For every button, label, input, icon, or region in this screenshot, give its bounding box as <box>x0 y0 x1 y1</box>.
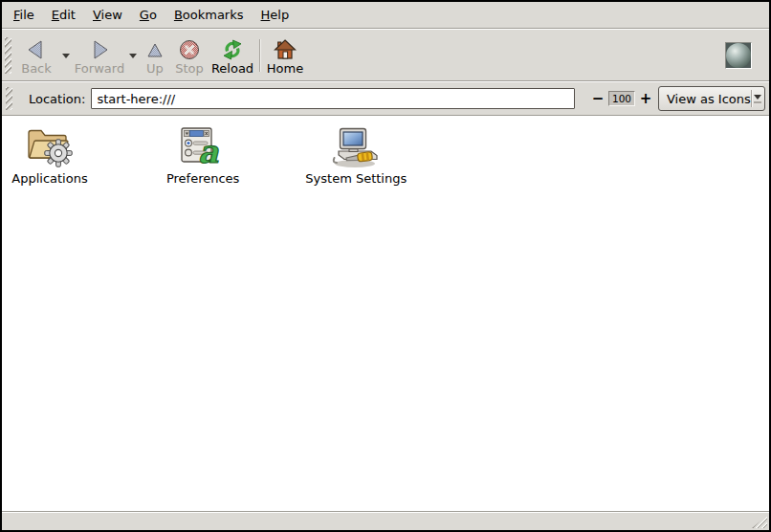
back-label: Back <box>21 62 52 76</box>
throbber-sphere-icon <box>726 43 751 68</box>
menu-item-bookmarks[interactable]: Bookmarks <box>165 5 253 25</box>
toolbar: Back Forward Up Stop <box>2 30 769 80</box>
location-input[interactable] <box>91 88 575 109</box>
menu-item-bookmarks-label: ookmarks <box>183 8 244 22</box>
toolbar-grip[interactable] <box>5 37 11 74</box>
dropdown-arrow-icon <box>754 95 761 100</box>
svg-text:a: a <box>198 133 219 169</box>
preferences-icon: a <box>180 125 226 169</box>
reload-button[interactable]: Reload <box>209 32 256 78</box>
reload-label: Reload <box>211 62 253 76</box>
up-icon <box>143 38 166 61</box>
menu-item-view-label: iew <box>101 8 122 22</box>
location-bar-grip[interactable] <box>6 87 12 110</box>
forward-button[interactable]: Forward <box>73 32 126 78</box>
status-bar <box>2 511 769 530</box>
view-mode-label: View as Icons <box>659 92 751 106</box>
view-mode-dropdown[interactable]: View as Icons <box>658 86 765 111</box>
menu-item-view-mnemonic: V <box>93 8 101 22</box>
menu-item-edit-label: dit <box>59 8 76 22</box>
location-bar: Location: − 100 + View as Icons <box>2 82 769 115</box>
stop-icon <box>178 38 201 61</box>
menu-item-go-label: o <box>149 8 157 22</box>
forward-icon <box>88 38 111 61</box>
resize-grip[interactable] <box>752 516 767 528</box>
zoom-level-indicator: 100 <box>608 91 635 106</box>
menu-item-go[interactable]: Go <box>131 5 165 25</box>
forward-label: Forward <box>75 62 124 76</box>
dropdown-arrow-area <box>751 90 764 107</box>
reload-icon <box>221 38 244 61</box>
zoom-controls: − 100 + <box>591 91 652 106</box>
toolbar-separator <box>259 39 261 72</box>
throbber <box>725 42 752 69</box>
system-settings-icon <box>330 125 382 169</box>
menubar: File Edit View Go Bookmarks Help <box>2 2 769 28</box>
menu-item-edit-mnemonic: E <box>52 8 59 22</box>
icon-label: Applications <box>11 171 87 186</box>
menu-item-bookmarks-mnemonic: B <box>174 8 183 22</box>
menu-item-file[interactable]: File <box>5 5 43 25</box>
chevron-down-icon <box>129 54 137 58</box>
up-button[interactable]: Up <box>140 32 170 78</box>
forward-history-dropdown[interactable] <box>126 32 140 78</box>
back-button[interactable]: Back <box>13 32 59 78</box>
icon-item-system-settings[interactable]: System Settings <box>306 125 406 186</box>
back-history-dropdown[interactable] <box>59 32 73 78</box>
home-icon <box>274 38 297 61</box>
zoom-in-button[interactable]: + <box>639 92 652 105</box>
icon-label: Preferences <box>166 171 239 186</box>
applications-folder-icon <box>26 125 74 169</box>
icon-label: System Settings <box>305 171 407 186</box>
icon-item-applications[interactable]: Applications <box>10 125 90 186</box>
menu-item-file-label: ile <box>20 8 34 22</box>
file-manager-window: File Edit View Go Bookmarks Help Back Fo… <box>0 0 771 532</box>
menu-item-help-mnemonic: H <box>261 8 271 22</box>
stop-button[interactable]: Stop <box>170 32 209 78</box>
chevron-down-icon <box>62 54 70 58</box>
menu-item-edit[interactable]: Edit <box>43 5 84 25</box>
location-label: Location: <box>29 92 85 106</box>
stop-label: Stop <box>175 62 204 76</box>
icon-item-preferences[interactable]: a Preferences <box>163 125 243 186</box>
menu-item-view[interactable]: View <box>84 5 131 25</box>
menu-item-help[interactable]: Help <box>253 5 298 25</box>
menu-item-help-label: elp <box>270 8 289 22</box>
zoom-out-button[interactable]: − <box>591 92 605 105</box>
content-area: Applications a Preferences <box>2 117 769 511</box>
home-label: Home <box>267 62 303 76</box>
dropdown-arrow-dash <box>754 101 761 103</box>
menu-item-go-mnemonic: G <box>140 8 149 22</box>
home-button[interactable]: Home <box>264 32 306 78</box>
back-icon <box>25 38 48 61</box>
up-label: Up <box>146 62 164 76</box>
